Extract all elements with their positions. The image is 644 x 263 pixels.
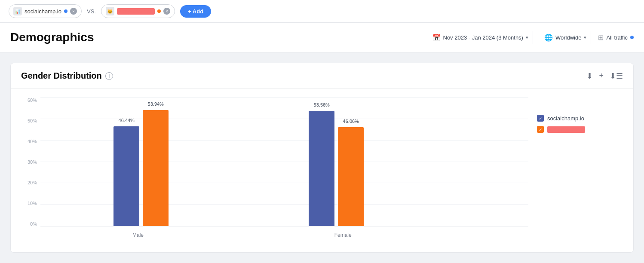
x-label-male: Male: [132, 232, 144, 238]
date-range-label: Nov 2023 - Jan 2024 (3 Months): [443, 34, 523, 41]
x-axis: Male Female: [40, 226, 528, 244]
vs-label: VS.: [87, 8, 96, 15]
chart-area: 0% 10% 20% 30% 40% 50% 60%: [11, 89, 633, 252]
traffic-icon: ⊞: [598, 34, 604, 42]
male-site1-fill: [113, 126, 139, 226]
site2-chip[interactable]: 🐱 competitor.com ×: [101, 4, 175, 18]
y-label-40: 40%: [21, 139, 40, 144]
male-site2-fill: [143, 110, 169, 226]
site2-dot: [157, 9, 161, 13]
card-title-text: Gender Distribution: [21, 71, 102, 81]
page-header: Demographics 📅 Nov 2023 - Jan 2024 (3 Mo…: [0, 23, 644, 52]
female-bar-site1: 53.56%: [309, 111, 334, 226]
traffic-label: All traffic: [606, 34, 628, 41]
globe-icon: 🌐: [544, 34, 553, 42]
info-icon[interactable]: i: [105, 72, 113, 80]
site1-dot: [64, 9, 67, 13]
region-caret: ▾: [584, 35, 586, 40]
card-title: Gender Distribution i: [21, 71, 113, 81]
male-bar-site2: 53.94%: [143, 110, 169, 226]
top-bar: 📊 socialchamp.io × VS. 🐱 competitor.com …: [0, 0, 644, 23]
calendar-icon: 📅: [432, 34, 441, 42]
card-actions: ⬇ + ⬇☰: [586, 71, 623, 81]
traffic-badge: ⊞ All traffic: [598, 34, 634, 42]
site1-name: socialchamp.io: [25, 8, 61, 15]
gender-distribution-card: Gender Distribution i ⬇ + ⬇☰ 0% 10% 20% …: [10, 63, 634, 253]
chart-plot: 46.44% 53.94% 53.56%: [40, 98, 528, 226]
legend-item-site2: ✓ competitor.com: [537, 126, 623, 133]
male-bar-site1: 46.44%: [113, 126, 139, 226]
legend-checkbox-site1[interactable]: ✓: [537, 115, 544, 122]
female-group: 53.56% 46.06%: [309, 111, 364, 226]
legend-label-site2: competitor.com: [547, 126, 585, 133]
site1-chip[interactable]: 📊 socialchamp.io ×: [9, 4, 82, 18]
legend-item-site1: ✓ socialchamp.io: [537, 115, 623, 122]
legend-label-site1: socialchamp.io: [547, 115, 584, 122]
female-site1-value: 53.56%: [314, 102, 330, 107]
x-label-female: Female: [334, 232, 352, 238]
compare-button[interactable]: ⬇☰: [610, 71, 623, 81]
y-axis: 0% 10% 20% 30% 40% 50% 60%: [21, 98, 40, 226]
y-label-10: 10%: [21, 201, 40, 206]
date-range-caret: ▾: [526, 35, 528, 40]
chart-container: 0% 10% 20% 30% 40% 50% 60%: [21, 98, 528, 244]
legend-checkbox-site2[interactable]: ✓: [537, 126, 544, 133]
site2-name: competitor.com: [117, 8, 155, 15]
add-button[interactable]: + Add: [180, 5, 211, 18]
female-site2-fill: [338, 127, 364, 226]
y-label-60: 60%: [21, 98, 40, 103]
header-controls: 📅 Nov 2023 - Jan 2024 (3 Months) ▾ 🌐 Wor…: [428, 31, 634, 44]
male-site1-value: 46.44%: [119, 118, 135, 123]
y-label-50: 50%: [21, 118, 40, 123]
page-title: Demographics: [10, 31, 94, 44]
female-site1-fill: [309, 111, 334, 226]
traffic-dot: [630, 36, 634, 39]
female-site2-value: 46.06%: [343, 119, 359, 124]
y-label-30: 30%: [21, 159, 40, 165]
y-label-0: 0%: [21, 221, 40, 226]
y-label-20: 20%: [21, 180, 40, 185]
female-bar-site2: 46.06%: [338, 127, 364, 226]
site2-icon: 🐱: [106, 7, 114, 15]
site1-close-button[interactable]: ×: [70, 8, 77, 15]
legend: ✓ socialchamp.io ✓ competitor.com: [537, 98, 623, 244]
grid-line-60: [40, 97, 528, 98]
add-widget-button[interactable]: +: [599, 71, 604, 80]
download-button[interactable]: ⬇: [586, 71, 593, 81]
card-header: Gender Distribution i ⬇ + ⬇☰: [11, 63, 633, 89]
male-site2-value: 53.94%: [148, 101, 164, 107]
site2-close-button[interactable]: ×: [163, 8, 170, 15]
site1-icon: 📊: [13, 7, 22, 15]
male-group: 46.44% 53.94%: [113, 110, 169, 226]
region-button[interactable]: 🌐 Worldwide ▾: [540, 31, 591, 44]
date-range-button[interactable]: 📅 Nov 2023 - Jan 2024 (3 Months) ▾: [428, 31, 533, 44]
region-label: Worldwide: [555, 34, 581, 41]
main-content: Gender Distribution i ⬇ + ⬇☰ 0% 10% 20% …: [0, 52, 644, 263]
